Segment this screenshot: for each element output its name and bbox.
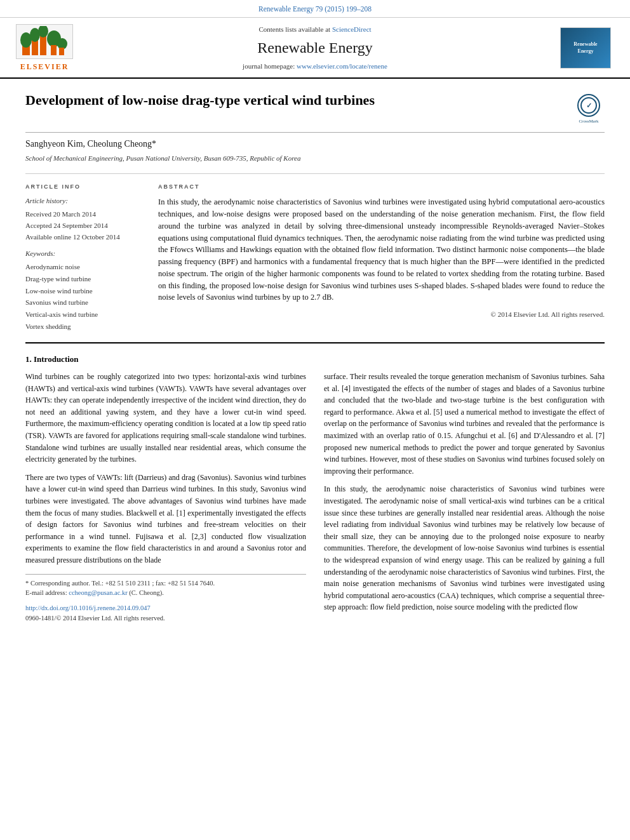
elsevier-logo: ELSEVIER bbox=[13, 24, 76, 72]
footnotes: * Corresponding author. Tel.: +82 51 510… bbox=[25, 574, 306, 623]
corresponding-author-note: * Corresponding author. Tel.: +82 51 510… bbox=[25, 578, 306, 589]
svg-rect-1 bbox=[32, 40, 38, 55]
intro-para-1: Wind turbines can be roughly categorized… bbox=[25, 371, 306, 465]
elsevier-wordmark: ELSEVIER bbox=[20, 62, 69, 72]
homepage-link[interactable]: www.elsevier.com/locate/renene bbox=[297, 62, 387, 70]
intro-para-4: In this study, the aerodynamic noise cha… bbox=[324, 483, 605, 613]
keyword-4: Savonius wind turbine bbox=[25, 297, 143, 309]
svg-rect-2 bbox=[40, 35, 46, 55]
abstract-text: In this study, the aerodynamic noise cha… bbox=[158, 196, 605, 303]
keyword-6: Vortex shedding bbox=[25, 321, 143, 333]
section-divider bbox=[25, 342, 605, 343]
journal-title: Renewable Energy bbox=[89, 37, 541, 59]
affiliation: School of Mechanical Engineering, Pusan … bbox=[25, 154, 605, 164]
contents-line: Contents lists available at ScienceDirec… bbox=[89, 25, 541, 35]
article-info-abstract-section: ARTICLE INFO Article history: Received 2… bbox=[25, 173, 605, 332]
elsevier-tree-icon bbox=[19, 26, 70, 57]
journal-logo-right: RenewableEnergy bbox=[554, 27, 617, 69]
crossmark-icon: ✓ bbox=[577, 94, 600, 117]
article-info-heading: ARTICLE INFO bbox=[25, 183, 143, 191]
keyword-2: Drag-type wind turbine bbox=[25, 273, 143, 285]
crossmark-badge[interactable]: ✓ CrossMark bbox=[573, 91, 605, 124]
article-history-label: Article history: bbox=[25, 196, 143, 206]
svg-rect-9 bbox=[59, 48, 64, 55]
article-title-row: Development of low-noise drag-type verti… bbox=[25, 91, 605, 133]
keyword-1: Aerodynamic noise bbox=[25, 261, 143, 273]
abstract-col: ABSTRACT In this study, the aerodynamic … bbox=[158, 183, 605, 332]
authors: Sanghyeon Kim, Cheolung Cheong* bbox=[25, 138, 605, 150]
article-dates: Received 20 March 2014 Accepted 24 Septe… bbox=[25, 209, 143, 243]
elsevier-logo-box bbox=[16, 24, 73, 59]
crossmark-label: CrossMark bbox=[579, 118, 598, 124]
article-info-col: ARTICLE INFO Article history: Received 2… bbox=[25, 183, 143, 332]
email-line: E-mail address: ccheong@pusan.ac.kr (C. … bbox=[25, 588, 306, 598]
journal-info-center: Contents lists available at ScienceDirec… bbox=[76, 25, 554, 72]
doi-link[interactable]: http://dx.doi.org/10.1016/j.renene.2014.… bbox=[25, 604, 151, 611]
journal-citation: Renewable Energy 79 (2015) 199–208 bbox=[258, 5, 372, 13]
homepage-line: journal homepage: www.elsevier.com/locat… bbox=[89, 62, 541, 72]
keyword-5: Vertical-axis wind turbine bbox=[25, 309, 143, 321]
journal-logo-text: RenewableEnergy bbox=[573, 41, 597, 55]
intro-left-col: Wind turbines can be roughly categorized… bbox=[25, 371, 306, 623]
intro-para-3: surface. Their results revealed the torq… bbox=[324, 371, 605, 477]
journal-header: ELSEVIER Contents lists available at Sci… bbox=[0, 18, 630, 79]
sciencedirect-link[interactable]: ScienceDirect bbox=[332, 25, 372, 33]
article-title: Development of low-noise drag-type verti… bbox=[25, 91, 573, 110]
keywords-list: Aerodynamic noise Drag-type wind turbine… bbox=[25, 261, 143, 332]
abstract-heading: ABSTRACT bbox=[158, 183, 605, 191]
keyword-3: Low-noise wind turbine bbox=[25, 285, 143, 297]
svg-text:✓: ✓ bbox=[586, 102, 592, 109]
journal-small-logo: RenewableEnergy bbox=[560, 27, 611, 69]
journal-citation-bar: Renewable Energy 79 (2015) 199–208 bbox=[0, 0, 630, 18]
intro-para-2: There are two types of VAWTs: lift (Darr… bbox=[25, 472, 306, 566]
intro-right-col: surface. Their results revealed the torq… bbox=[324, 371, 605, 623]
svg-rect-8 bbox=[51, 45, 57, 55]
introduction-body: Wind turbines can be roughly categorized… bbox=[25, 371, 605, 623]
issn-line: 0960-1481/© 2014 Elsevier Ltd. All right… bbox=[25, 613, 306, 623]
email-link[interactable]: ccheong@pusan.ac.kr bbox=[69, 589, 127, 596]
copyright-line: © 2014 Elsevier Ltd. All rights reserved… bbox=[158, 310, 605, 320]
article-main: Development of low-noise drag-type verti… bbox=[0, 79, 630, 636]
keywords-label: Keywords: bbox=[25, 249, 143, 259]
body-section: 1. Introduction Wind turbines can be rou… bbox=[25, 354, 605, 623]
introduction-title: 1. Introduction bbox=[25, 354, 605, 366]
